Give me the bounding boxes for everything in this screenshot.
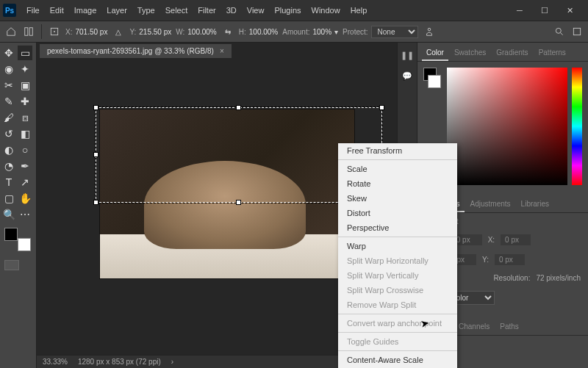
menu-bar: Ps File Edit Image Layer Type Select Fil… [0, 0, 588, 21]
gradient-tool-icon[interactable]: ◐ [1, 142, 16, 157]
heal-tool-icon[interactable]: ✚ [18, 94, 32, 109]
ctx-skew[interactable]: Skew [338, 191, 457, 206]
eraser-tool-icon[interactable]: ◧ [18, 126, 32, 141]
quick-mask-icon[interactable] [4, 260, 19, 270]
menu-3d[interactable]: 3D [222, 3, 241, 18]
tab-close-icon[interactable]: × [220, 47, 224, 55]
panel-toggle-icon[interactable]: ❚❚ [401, 48, 414, 62]
prop-x-label: X: [488, 236, 495, 244]
menu-layer[interactable]: Layer [102, 3, 132, 18]
move-tool-icon[interactable]: ✥ [1, 46, 16, 60]
arrange-icon[interactable] [22, 25, 35, 38]
transform-handle[interactable] [236, 200, 241, 205]
transform-handle[interactable] [93, 105, 98, 110]
menu-help[interactable]: Help [346, 3, 372, 18]
document-tab[interactable]: pexels-tomas-ryant-2693561.jpg @ 33.3% (… [40, 44, 232, 58]
ctx-scale[interactable]: Scale [338, 162, 457, 176]
menu-image[interactable]: Image [70, 3, 101, 18]
tools-panel: ✥ ▭ ◉ ✦ ✂ ▣ ✎ ✚ 🖌 ⧈ ↺ ◧ ◐ ○ ◔ ✒ T ↗ ▢ ✋ … [0, 43, 37, 368]
color-field[interactable] [447, 68, 567, 185]
tab-gradients[interactable]: Gradients [492, 46, 532, 61]
tab-patterns[interactable]: Patterns [534, 46, 570, 61]
dodge-tool-icon[interactable]: ◔ [1, 159, 16, 173]
svg-rect-6 [573, 28, 580, 35]
more-tools-icon[interactable]: ⋯ [18, 207, 32, 222]
ctx-content-aware-scale[interactable]: Content-Aware Scale [338, 353, 457, 367]
person-icon[interactable] [423, 25, 436, 38]
transform-handle[interactable] [236, 105, 241, 110]
eyedropper-tool-icon[interactable]: ✎ [1, 94, 16, 109]
history-brush-icon[interactable]: ↺ [1, 126, 16, 141]
zoom-tool-icon[interactable]: 🔍 [1, 207, 16, 222]
menu-edit[interactable]: Edit [46, 3, 68, 18]
blur-tool-icon[interactable]: ○ [18, 142, 32, 157]
close-icon[interactable]: ✕ [560, 4, 579, 17]
transform-handle[interactable] [93, 200, 98, 205]
share-icon[interactable] [570, 25, 584, 38]
prop-x-value[interactable]: 0 px [501, 234, 531, 245]
zoom-level[interactable]: 33.33% [43, 358, 68, 366]
ctx-split-warp-crosswise: Split Warp Crosswise [338, 283, 457, 297]
foreground-color-swatch[interactable] [4, 228, 18, 241]
chevron-down-icon[interactable]: ▾ [334, 28, 338, 36]
protect-label: Protect: [343, 28, 368, 36]
path-tool-icon[interactable]: ↗ [18, 175, 32, 190]
menu-filter[interactable]: Filter [193, 3, 220, 18]
home-icon[interactable] [4, 25, 18, 38]
ctx-warp[interactable]: Warp [338, 239, 457, 253]
lasso-tool-icon[interactable]: ◉ [1, 62, 16, 76]
transform-handle[interactable] [93, 152, 98, 157]
frame-tool-icon[interactable]: ▣ [18, 78, 32, 93]
minimize-icon[interactable]: ─ [510, 4, 529, 17]
maximize-icon[interactable]: ☐ [535, 4, 554, 17]
search-icon[interactable] [553, 25, 566, 38]
brush-tool-icon[interactable]: 🖌 [1, 110, 16, 125]
chat-icon[interactable]: 💬 [401, 69, 414, 82]
status-chevron-icon[interactable]: › [171, 358, 173, 366]
w-label: W: [176, 28, 184, 36]
reference-point-icon[interactable] [48, 25, 61, 38]
tab-adjustments[interactable]: Adjustments [466, 197, 515, 212]
tab-libraries[interactable]: Libraries [517, 197, 553, 212]
y-label: Y: [129, 28, 136, 36]
amount-value[interactable]: 100% [313, 28, 332, 36]
background-color-swatch[interactable] [18, 238, 31, 251]
menu-view[interactable]: View [243, 3, 269, 18]
ctx-free-transform[interactable]: Free Transform [338, 143, 457, 158]
ctx-perspective[interactable]: Perspective [338, 220, 457, 235]
prop-y-value[interactable]: 0 px [495, 254, 525, 265]
color-swatches[interactable] [4, 228, 31, 251]
tab-swatches[interactable]: Swatches [450, 46, 490, 61]
tab-paths[interactable]: Paths [495, 320, 523, 335]
resolution-value: 72 pixels/inch [536, 274, 581, 282]
link-wh-icon[interactable]: ⇆ [221, 25, 234, 38]
pen-tool-icon[interactable]: ✒ [18, 159, 32, 173]
transform-handle[interactable] [379, 105, 384, 110]
document-dimensions[interactable]: 1280 px x 853 px (72 ppi) [78, 358, 161, 366]
hand-tool-icon[interactable]: ✋ [18, 191, 32, 206]
tab-color[interactable]: Color [422, 46, 448, 61]
stamp-tool-icon[interactable]: ⧈ [18, 110, 32, 125]
menu-plugins[interactable]: Plugins [270, 3, 305, 18]
tab-channels[interactable]: Channels [454, 320, 494, 335]
ctx-split-warp-vertical: Split Warp Vertically [338, 268, 457, 283]
shape-tool-icon[interactable]: ▢ [1, 191, 16, 206]
ctx-distort[interactable]: Distort [338, 206, 457, 220]
y-value[interactable]: 215.50 px [139, 28, 171, 36]
h-value[interactable]: 100.00% [249, 28, 278, 36]
menu-select[interactable]: Select [161, 3, 193, 18]
w-value[interactable]: 100.00% [187, 28, 216, 36]
menu-window[interactable]: Window [307, 3, 345, 18]
crop-tool-icon[interactable]: ✂ [1, 78, 16, 93]
menu-type[interactable]: Type [133, 3, 159, 18]
ctx-rotate[interactable]: Rotate [338, 176, 457, 191]
type-tool-icon[interactable]: T [1, 175, 16, 190]
wand-tool-icon[interactable]: ✦ [18, 62, 32, 76]
ctx-toggle-guides: Toggle Guides [338, 334, 457, 349]
triangle-icon[interactable]: △ [112, 25, 125, 38]
x-value[interactable]: 701.50 px [75, 28, 107, 36]
marquee-tool-icon[interactable]: ▭ [18, 46, 32, 60]
hue-slider[interactable] [572, 68, 582, 185]
menu-file[interactable]: File [22, 3, 44, 18]
protect-select[interactable]: None [371, 26, 418, 38]
